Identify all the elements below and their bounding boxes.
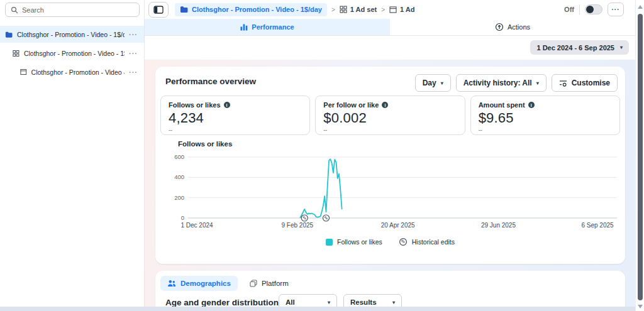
view-tabs: Performance Actions bbox=[145, 19, 635, 36]
adset-grid-icon bbox=[13, 50, 19, 57]
ad-status-toggle[interactable] bbox=[585, 4, 602, 14]
row-more-icon[interactable]: ··· bbox=[129, 31, 138, 38]
historical-edit-marker[interactable]: ✎ bbox=[323, 215, 329, 221]
performance-overview-card: Performance overview Day ▾ Activity hist… bbox=[155, 67, 625, 264]
breadcrumb-adset[interactable]: 1 Ad set bbox=[340, 6, 377, 13]
gender-filter-value: All bbox=[286, 298, 295, 306]
date-range-row: 1 Dec 2024 - 6 Sep 2025 ▾ bbox=[145, 36, 635, 60]
people-icon bbox=[167, 280, 176, 287]
info-icon[interactable]: i bbox=[528, 102, 535, 108]
chevron-down-icon: ▾ bbox=[536, 80, 539, 86]
more-options-button[interactable]: ··· bbox=[608, 3, 624, 16]
historical-edits-icon: ✎ bbox=[399, 237, 408, 246]
breadcrumb-separator: > bbox=[331, 6, 335, 13]
chevron-down-icon: ▾ bbox=[328, 300, 330, 305]
search-input[interactable]: Search bbox=[5, 3, 140, 17]
info-icon[interactable]: i bbox=[224, 102, 230, 108]
campaign-tree-sidebar: Search Clothsghor - Promotion - Video - … bbox=[0, 0, 145, 307]
metric-cards: Follows or likes i 4,234 -- Per follow o… bbox=[160, 95, 620, 135]
metric-value: 4,234 bbox=[169, 110, 302, 126]
customise-button[interactable]: Customise bbox=[552, 74, 618, 92]
metric-amount-spent: Amount spent i $9.65 -- bbox=[470, 95, 620, 135]
chart-controls: Day ▾ Activity history: All ▾ Customi bbox=[415, 74, 618, 92]
metric-filter-dropdown[interactable]: Results ▾ bbox=[343, 294, 402, 307]
metric-follows-or-likes: Follows or likes i 4,234 -- bbox=[160, 95, 310, 135]
divider bbox=[579, 4, 580, 14]
actions-icon bbox=[495, 23, 504, 31]
top-right-controls: Off ··· bbox=[564, 3, 631, 16]
breadcrumb-adset-label: 1 Ad set bbox=[350, 6, 377, 13]
breadcrumb-ad-label: 1 Ad bbox=[400, 6, 414, 13]
tab-demographics-label: Demographics bbox=[180, 280, 231, 287]
top-bar: Clothsghor - Promotion - Video - 1$/day … bbox=[145, 0, 635, 19]
x-axis-label: 9 Feb 2025 bbox=[282, 222, 314, 229]
y-axis-label: 200 bbox=[174, 194, 184, 201]
tab-performance[interactable]: Performance bbox=[145, 19, 390, 35]
chart-legend: Follows or likes ✎ Historical edits bbox=[155, 237, 625, 246]
vertical-scrollbar-thumb[interactable] bbox=[638, 14, 643, 300]
horizontal-scrollbar[interactable] bbox=[0, 307, 635, 311]
y-axis-label: 600 bbox=[174, 153, 184, 160]
sidebar-item-campaign[interactable]: Clothsghor - Promotion - Video - 1$/day … bbox=[0, 26, 144, 43]
teal-swatch-icon bbox=[326, 239, 333, 246]
legend-follows-or-likes[interactable]: Follows or likes bbox=[326, 238, 382, 246]
scroll-up-icon[interactable] bbox=[638, 5, 643, 9]
date-range-value: 1 Dec 2024 - 6 Sep 2025 bbox=[536, 44, 614, 52]
metric-value: $0.002 bbox=[323, 110, 457, 126]
campaign-name: Clothsghor - Promotion - Video - 1$/day bbox=[17, 31, 125, 38]
legend-label: Follows or likes bbox=[337, 238, 382, 246]
toggle-knob bbox=[586, 6, 594, 13]
y-axis-label: 400 bbox=[174, 173, 184, 180]
metric-value: $9.65 bbox=[479, 110, 612, 126]
activity-history-value: Activity history: All bbox=[464, 79, 532, 87]
performance-overview-title: Performance overview bbox=[165, 77, 256, 86]
breadcrumb-ad[interactable]: 1 Ad bbox=[389, 6, 414, 13]
interval-dropdown[interactable]: Day ▾ bbox=[415, 74, 451, 92]
legend-label: Historical edits bbox=[412, 238, 455, 246]
demographics-card: Demographics Platform Age and gender dis… bbox=[155, 271, 625, 307]
main-panel: Clothsghor - Promotion - Video - 1$/day … bbox=[145, 0, 635, 307]
chevron-down-icon: ▾ bbox=[441, 80, 443, 86]
adset-name: Clothsghor - Promotion - Video - 1$/... bbox=[24, 50, 125, 57]
sidebar-item-adset[interactable]: Clothsghor - Promotion - Video - 1$/... … bbox=[0, 45, 144, 62]
metric-per-follow-or-like: Per follow or like i $0.002 -- bbox=[315, 95, 465, 135]
svg-text:✎: ✎ bbox=[324, 216, 328, 221]
follows-likes-chart[interactable]: 02004006001 Dec 20249 Feb 202520 Apr 202… bbox=[160, 151, 621, 232]
row-more-icon[interactable]: ··· bbox=[129, 69, 138, 75]
tab-demographics[interactable]: Demographics bbox=[160, 276, 238, 291]
status-badge: Off bbox=[564, 6, 574, 13]
section-title: Age and gender distribution bbox=[165, 298, 279, 307]
sidebar-toggle-button[interactable] bbox=[148, 2, 169, 18]
folder-icon bbox=[180, 6, 188, 13]
search-placeholder: Search bbox=[22, 6, 44, 14]
tab-actions[interactable]: Actions bbox=[390, 19, 635, 35]
metric-label: Follows or likes bbox=[169, 101, 221, 109]
gender-filter-dropdown[interactable]: All ▾ bbox=[279, 294, 337, 307]
breadcrumb-campaign[interactable]: Clothsghor - Promotion - Video - 1$/day bbox=[175, 3, 327, 16]
row-more-icon[interactable]: ··· bbox=[129, 50, 138, 57]
follows-likes-line bbox=[300, 159, 341, 217]
legend-historical-edits[interactable]: ✎ Historical edits bbox=[399, 237, 455, 246]
breadcrumb-separator: > bbox=[381, 6, 385, 13]
x-axis-label: 29 Jun 2025 bbox=[481, 222, 516, 229]
breakdown-tabs: Demographics Platform bbox=[160, 276, 296, 291]
scroll-down-icon[interactable] bbox=[638, 305, 643, 308]
interval-value: Day bbox=[423, 79, 436, 87]
activity-history-dropdown[interactable]: Activity history: All ▾ bbox=[456, 74, 547, 92]
tab-actions-label: Actions bbox=[508, 23, 530, 31]
metric-subvalue: -- bbox=[323, 127, 457, 133]
scroll-content: Performance overview Day ▾ Activity hist… bbox=[145, 60, 635, 307]
date-range-selector[interactable]: 1 Dec 2024 - 6 Sep 2025 ▾ bbox=[530, 40, 629, 55]
tab-platform[interactable]: Platform bbox=[243, 276, 296, 291]
tab-performance-label: Performance bbox=[252, 23, 294, 31]
sidebar-item-ad[interactable]: Clothsghor - Promotion - Video - 1... ··… bbox=[0, 63, 144, 80]
vertical-scrollbar[interactable] bbox=[635, 0, 644, 311]
historical-edit-marker[interactable]: ✎ bbox=[301, 215, 308, 221]
metric-filter-value: Results bbox=[350, 298, 377, 306]
campaign-tree: Clothsghor - Promotion - Video - 1$/day … bbox=[0, 26, 144, 82]
info-icon[interactable]: i bbox=[382, 102, 388, 108]
customise-label: Customise bbox=[572, 79, 610, 87]
tab-platform-label: Platform bbox=[262, 280, 289, 287]
breadcrumb-campaign-label: Clothsghor - Promotion - Video - 1$/day bbox=[192, 6, 322, 13]
search-icon bbox=[11, 6, 18, 14]
